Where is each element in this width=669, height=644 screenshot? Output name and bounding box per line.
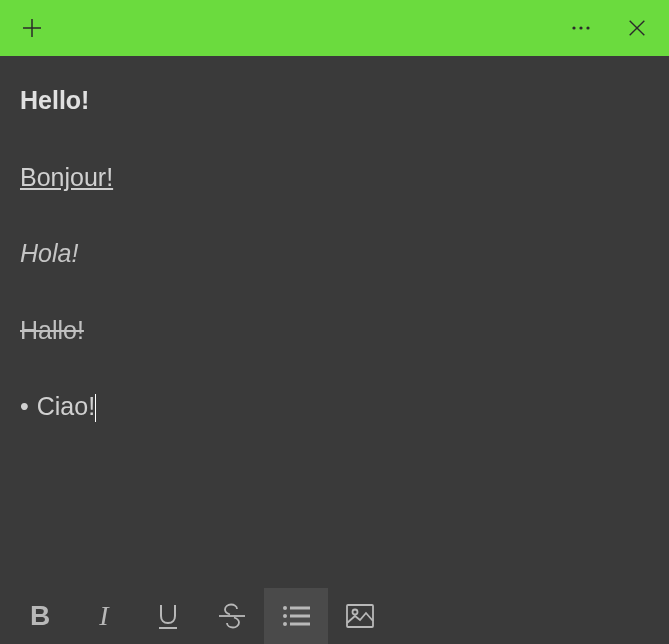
svg-rect-10 <box>290 607 310 610</box>
svg-point-11 <box>283 614 287 618</box>
more-menu-button[interactable] <box>565 12 597 44</box>
svg-point-2 <box>572 26 575 29</box>
note-line: Hola! <box>20 237 649 270</box>
bullet-text: Ciao! <box>37 392 95 420</box>
svg-rect-12 <box>290 615 310 618</box>
bullets-icon <box>282 605 310 627</box>
image-icon <box>346 604 374 628</box>
svg-point-9 <box>283 606 287 610</box>
italic-button[interactable]: I <box>72 588 136 644</box>
svg-point-13 <box>283 622 287 626</box>
ellipsis-icon <box>569 16 593 40</box>
image-button[interactable] <box>328 588 392 644</box>
strikethrough-button[interactable] <box>200 588 264 644</box>
note-line: Hallo! <box>20 314 649 347</box>
svg-rect-14 <box>290 623 310 626</box>
text-cursor <box>95 394 96 422</box>
underline-icon <box>155 602 181 630</box>
close-icon <box>626 17 648 39</box>
plus-icon <box>20 16 44 40</box>
note-line: Hello! <box>20 84 649 117</box>
bullet-icon: • <box>20 390 29 423</box>
close-button[interactable] <box>621 12 653 44</box>
bold-button[interactable]: B <box>8 588 72 644</box>
strikethrough-icon <box>217 603 247 629</box>
bullets-button[interactable] <box>264 588 328 644</box>
note-content[interactable]: Hello! Bonjour! Hola! Hallo! • Ciao! <box>0 56 669 588</box>
note-line: Bonjour! <box>20 161 649 194</box>
titlebar <box>0 0 669 56</box>
underline-button[interactable] <box>136 588 200 644</box>
note-line: • Ciao! <box>20 390 649 423</box>
svg-point-4 <box>586 26 589 29</box>
svg-point-16 <box>353 610 358 615</box>
svg-point-3 <box>579 26 582 29</box>
format-toolbar: B I <box>0 588 669 644</box>
new-note-button[interactable] <box>16 12 48 44</box>
